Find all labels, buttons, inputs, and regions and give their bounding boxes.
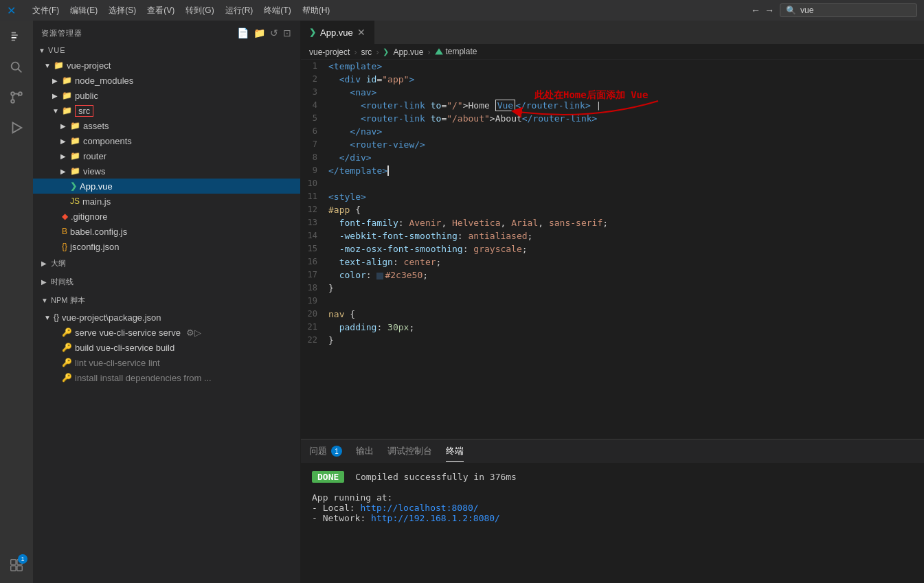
explorer-activity-icon[interactable] (4, 25, 29, 49)
tree-item-node-modules[interactable]: ▶ 📁 node_modules (33, 73, 300, 88)
svg-point-7 (11, 100, 14, 103)
tree-item-main-js[interactable]: JS main.js (33, 194, 300, 209)
panel-tab-terminal[interactable]: 终端 (446, 441, 464, 462)
tree-item-gitignore[interactable]: ◆ .gitignore (33, 209, 300, 224)
search-activity-icon[interactable] (4, 55, 29, 80)
debug-console-label: 调试控制台 (387, 445, 432, 457)
line-number-19: 19 (301, 295, 328, 308)
npm-serve-run-icon[interactable]: ⚙ (186, 328, 194, 338)
tree-item-babel-config[interactable]: B babel.config.js (33, 224, 300, 239)
menu-run[interactable]: 运行(R) (225, 5, 253, 16)
menu-file[interactable]: 文件(F) (32, 5, 59, 16)
tree-item-src[interactable]: ▼ 📁 src (33, 103, 300, 118)
timeline-section[interactable]: ▶ 时间线 (33, 273, 300, 291)
assets-label: assets (83, 121, 109, 131)
tree-item-jsconfig[interactable]: {} jsconfig.json (33, 239, 300, 254)
local-prefix: - Local: (312, 503, 360, 513)
network-link[interactable]: http://192.168.1.2:8080/ (371, 513, 500, 523)
line-number-7: 7 (301, 138, 328, 151)
search-box[interactable]: 🔍 vue (780, 3, 917, 17)
panel-content[interactable]: DONE Compiled successfully in 376ms App … (301, 464, 924, 583)
node-modules-chevron: ▶ (52, 77, 60, 84)
breadcrumb-src: src (361, 47, 372, 57)
code-line-3: 3 <nav> (301, 86, 924, 99)
line-content-15: -moz-osx-font-smoothing: grayscale; (328, 242, 924, 255)
npm-section[interactable]: ▼ NPM 脚本 (33, 291, 300, 310)
line-number-2: 2 (301, 73, 328, 86)
npm-serve-play-icon[interactable]: ▷ (194, 328, 201, 338)
breadcrumb: vue-project › src › ❯ App.vue › template (301, 45, 924, 60)
code-line-13: 13 font-family: Avenir, Helvetica, Arial… (301, 216, 924, 229)
extensions-activity-icon[interactable]: 1 (4, 553, 29, 578)
tab-app-vue[interactable]: ❯ App.vue ✕ (301, 21, 374, 44)
line-content-6: </nav> (328, 125, 924, 138)
panel-tab-problems[interactable]: 问题 1 (309, 441, 342, 461)
svg-marker-9 (13, 123, 22, 133)
tree-item-router[interactable]: ▶ 📁 router (33, 148, 300, 163)
color-swatch (376, 273, 383, 279)
line-number-22: 22 (301, 334, 328, 347)
npm-lint-icon: 🔑 (62, 358, 72, 367)
node-modules-label: node_modules (75, 76, 133, 86)
components-label: components (83, 136, 132, 146)
tree-item-views[interactable]: ▶ 📁 views (33, 163, 300, 179)
line-number-13: 13 (301, 216, 328, 229)
new-file-icon[interactable]: 📄 (237, 27, 249, 38)
assets-chevron: ▶ (60, 122, 69, 130)
src-chevron: ▼ (52, 107, 60, 115)
code-editor[interactable]: 此处在Home后面添加 Vue 1 <template> 2 <div id="… (301, 60, 924, 439)
views-label: views (83, 166, 106, 176)
run-activity-icon[interactable] (4, 115, 29, 140)
refresh-icon[interactable]: ↺ (270, 27, 279, 38)
tree-item-assets[interactable]: ▶ 📁 assets (33, 118, 300, 133)
git-file-icon: ◆ (62, 212, 68, 221)
line-content-5: <router-link to="/about">About</router-l… (328, 112, 924, 125)
router-folder-icon: 📁 (70, 151, 80, 161)
line-content-4: <router-link to="/">Home Vue</router-lin… (328, 99, 924, 112)
npm-chevron: ▼ (41, 297, 49, 304)
line-number-18: 18 (301, 282, 328, 295)
menu-edit[interactable]: 编辑(E) (70, 5, 98, 16)
babel-config-label: babel.config.js (70, 227, 127, 237)
line-content-20: nav { (328, 308, 924, 321)
terminal-line-done: DONE Compiled successfully in 376ms (312, 472, 913, 482)
menu-select[interactable]: 选择(S) (109, 5, 136, 16)
code-line-22: 22 } (301, 334, 924, 347)
components-folder-icon: 📁 (70, 136, 80, 146)
breadcrumb-vue-icon: ❯ (383, 47, 389, 56)
tree-item-components[interactable]: ▶ 📁 components (33, 133, 300, 148)
menu-help[interactable]: 帮助(H) (302, 5, 330, 16)
new-folder-icon[interactable]: 📁 (253, 27, 266, 38)
code-line-2: 2 <div id="app"> (301, 73, 924, 86)
panel-tab-output[interactable]: 输出 (356, 441, 374, 461)
source-control-activity-icon[interactable] (4, 85, 29, 110)
line-number-12: 12 (301, 203, 328, 216)
section-vue[interactable]: ▼ VUE (33, 43, 300, 58)
outline-section[interactable]: ▶ 大纲 (33, 254, 300, 273)
npm-package[interactable]: ▼ {} vue-project\package.json (33, 310, 300, 325)
code-line-7: 7 <router-view/> (301, 138, 924, 151)
menu-view[interactable]: 查看(V) (147, 5, 174, 16)
tree-item-app-vue[interactable]: ❯ App.vue (33, 179, 300, 194)
svg-rect-0 (12, 32, 16, 34)
vue-project-label: vue-project (67, 60, 111, 71)
npm-script-build[interactable]: 🔑 build vue-cli-service build (33, 340, 300, 355)
compiled-text: Compiled successfully in 376ms (355, 472, 517, 482)
npm-script-serve[interactable]: 🔑 serve vue-cli-service serve ⚙ ▷ (33, 325, 300, 340)
menu-goto[interactable]: 转到(G) (185, 5, 214, 16)
tree-item-vue-project[interactable]: ▼ 📁 vue-project (33, 58, 300, 73)
nav-back-button[interactable]: ← (751, 5, 760, 16)
line-content-17: color: #2c3e50; (328, 268, 924, 282)
npm-script-install[interactable]: 🔑 install install dependencies from ... (33, 370, 300, 385)
breadcrumb-sep-2: › (376, 47, 379, 57)
panel-tab-debug-console[interactable]: 调试控制台 (387, 441, 432, 461)
nav-forward-button[interactable]: → (765, 5, 774, 16)
breadcrumb-project: vue-project (309, 47, 350, 57)
tree-item-public[interactable]: ▶ 📁 public (33, 88, 300, 103)
npm-script-lint[interactable]: 🔑 lint vue-cli-service lint (33, 355, 300, 370)
tab-close-button[interactable]: ✕ (357, 27, 365, 38)
collapse-all-icon[interactable]: ⊡ (283, 27, 292, 38)
menu-terminal[interactable]: 终端(T) (264, 5, 291, 16)
local-link[interactable]: http://localhost:8080/ (360, 503, 478, 513)
vscode-logo-icon: ✕ (7, 4, 16, 17)
